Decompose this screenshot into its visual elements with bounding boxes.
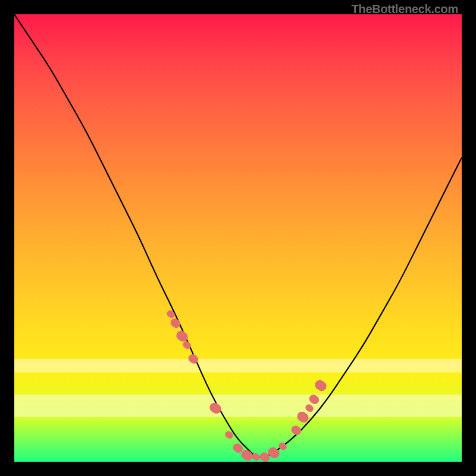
curve-path [14, 14, 462, 457]
chart-frame: TheBottleneck.com [0, 0, 476, 476]
bottleneck-curve [14, 14, 462, 462]
plot-area [14, 14, 462, 462]
